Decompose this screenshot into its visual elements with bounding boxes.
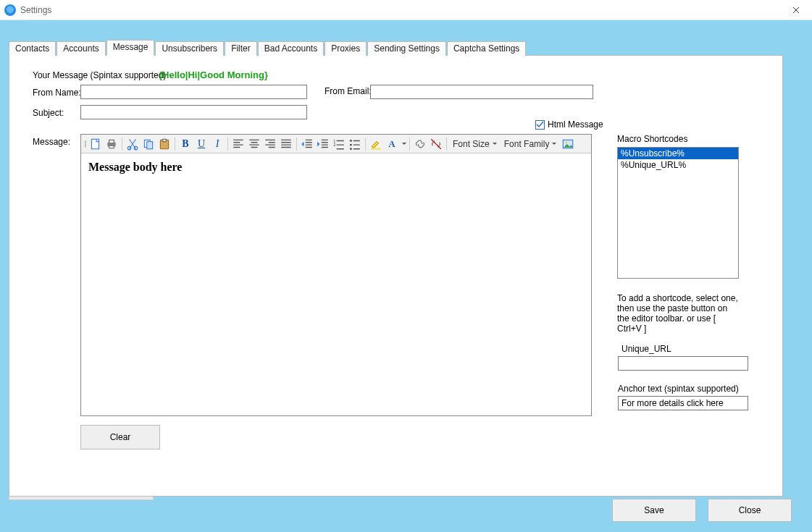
macro-listbox[interactable]: %Unsubscribe% %Unique_URL% (617, 147, 739, 279)
rich-editor: ⁞ B U I 12 (80, 134, 592, 416)
from-email-label: From Email: (325, 86, 372, 96)
svg-text:2: 2 (333, 143, 335, 147)
underline-icon[interactable]: U (194, 137, 209, 151)
macro-header: Macro Shortcodes (617, 134, 687, 144)
window-titlebar: Settings (0, 0, 812, 20)
svg-point-12 (350, 140, 352, 142)
html-message-checkbox[interactable]: Html Message (535, 119, 603, 130)
italic-icon[interactable]: I (210, 137, 225, 151)
tab-bad-accounts[interactable]: Bad Accounts (258, 41, 324, 56)
close-button[interactable]: Close (708, 499, 792, 522)
svg-point-5 (134, 146, 138, 150)
chevron-down-icon (493, 143, 497, 147)
svg-rect-0 (91, 139, 99, 149)
svg-point-13 (350, 143, 352, 145)
tab-proxies[interactable]: Proxies (325, 41, 367, 56)
font-size-label: Font Size (453, 139, 490, 149)
html-message-label: Html Message (548, 119, 603, 130)
svg-rect-15 (371, 148, 381, 149)
from-email-field[interactable] (370, 85, 593, 99)
editor-toolbar: ⁞ B U I 12 (81, 135, 591, 153)
anchor-text-label: Anchor text (spintax supported) (618, 384, 739, 394)
clear-button[interactable]: Clear (80, 425, 160, 449)
copy-icon[interactable] (141, 137, 156, 151)
tab-accounts[interactable]: Accounts (56, 41, 105, 56)
link-icon[interactable] (413, 137, 427, 151)
unique-url-label: Unique_URL (621, 344, 671, 354)
ordered-list-icon[interactable]: 12 (332, 137, 346, 151)
editor-body[interactable]: Message body here (81, 153, 591, 415)
window-controls (780, 0, 812, 20)
list-item[interactable]: %Unsubscribe% (618, 148, 738, 159)
client-area: Contacts Accounts Message Unsubscribers … (0, 20, 812, 532)
save-button[interactable]: Save (612, 499, 696, 522)
svg-point-4 (127, 146, 131, 150)
tab-contacts[interactable]: Contacts (9, 41, 56, 56)
svg-point-17 (566, 141, 568, 143)
unique-url-field[interactable] (618, 356, 748, 371)
chevron-down-icon[interactable] (402, 143, 406, 147)
svg-rect-3 (109, 145, 114, 148)
tab-captcha-settings[interactable]: Captcha Settings (447, 41, 526, 56)
tabpanel-message: Your Message (Spintax supported) {Hello|… (9, 55, 783, 497)
indent-icon[interactable] (316, 137, 330, 151)
close-icon[interactable] (780, 0, 812, 20)
svg-rect-2 (109, 140, 114, 143)
anchor-text-field[interactable] (618, 396, 748, 410)
subject-field[interactable] (80, 105, 307, 119)
align-justify-icon[interactable] (279, 137, 293, 151)
window-title: Settings (20, 5, 51, 15)
macro-help-text: To add a shortcode, select one, then use… (617, 293, 740, 334)
tab-unsubscribers[interactable]: Unsubscribers (155, 41, 224, 56)
new-file-icon[interactable] (88, 137, 103, 151)
from-name-field[interactable] (80, 85, 307, 99)
message-label: Message: (33, 137, 70, 147)
unlink-icon[interactable] (429, 137, 443, 151)
align-right-icon[interactable] (263, 137, 277, 151)
chevron-down-icon (552, 143, 556, 147)
tab-message[interactable]: Message (106, 40, 155, 56)
font-size-dropdown[interactable]: Font Size (450, 139, 500, 149)
spintax-hint: {Hello|Hi|Good Morning} (159, 69, 268, 80)
your-message-label: Your Message (Spintax supported) (33, 70, 166, 80)
cut-icon[interactable] (125, 137, 140, 151)
print-icon[interactable] (104, 137, 119, 151)
list-item[interactable]: %Unique_URL% (618, 159, 738, 171)
highlight-icon[interactable] (369, 137, 383, 151)
subject-label: Subject: (33, 108, 64, 118)
checkbox-icon (535, 120, 545, 130)
outdent-icon[interactable] (300, 137, 314, 151)
svg-point-14 (350, 148, 352, 150)
font-family-label: Font Family (504, 139, 550, 149)
from-name-label: From Name: (33, 88, 81, 98)
bold-icon[interactable]: B (178, 137, 193, 151)
svg-rect-7 (147, 141, 153, 148)
font-color-icon[interactable]: A (385, 137, 399, 151)
paste-icon[interactable] (157, 137, 172, 151)
font-family-dropdown[interactable]: Font Family (501, 139, 560, 149)
tabstrip: Contacts Accounts Message Unsubscribers … (9, 41, 793, 56)
align-center-icon[interactable] (247, 137, 261, 151)
unordered-list-icon[interactable] (348, 137, 362, 151)
svg-rect-9 (163, 139, 167, 141)
insert-image-icon[interactable] (561, 137, 575, 151)
tab-filter[interactable]: Filter (225, 41, 257, 56)
tab-sending-settings[interactable]: Sending Settings (367, 41, 446, 56)
app-icon (4, 4, 16, 16)
align-left-icon[interactable] (231, 137, 246, 151)
